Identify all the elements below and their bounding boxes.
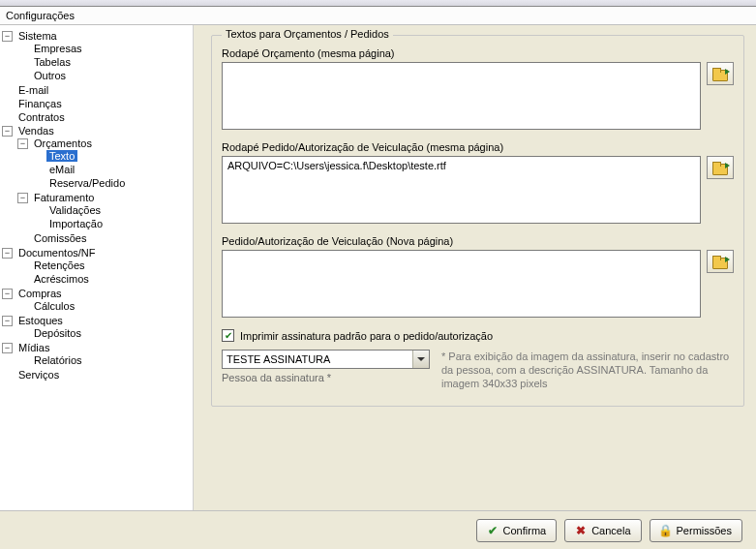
label-rodape-orcamento: Rodapé Orçamento (mesma página) bbox=[222, 47, 734, 59]
collapse-icon[interactable]: − bbox=[17, 138, 28, 149]
collapse-icon[interactable]: − bbox=[2, 289, 13, 299]
tree-node-relatorios[interactable]: Relatórios bbox=[17, 354, 191, 366]
tree-node-vendas-email[interactable]: eMail bbox=[33, 164, 191, 175]
groupbox-textos: Textos para Orçamentos / Pedidos Rodapé … bbox=[211, 35, 744, 407]
textarea-rodape-orcamento[interactable] bbox=[222, 62, 701, 130]
tree-node-validacoes[interactable]: Validações bbox=[33, 204, 191, 216]
collapse-icon[interactable]: − bbox=[2, 248, 13, 259]
textarea-pedido-nova[interactable] bbox=[222, 250, 701, 318]
tree-node-empresas[interactable]: Empresas bbox=[17, 43, 191, 54]
folder-open-icon bbox=[712, 162, 728, 174]
hint-text: * Para exibição da imagem da assinatura,… bbox=[441, 350, 732, 390]
collapse-icon[interactable]: − bbox=[2, 343, 13, 353]
tree-node-servicos[interactable]: Serviços bbox=[2, 369, 191, 381]
tree-node-estoques[interactable]: − Estoques bbox=[2, 315, 191, 326]
tree-node-orcamentos[interactable]: − Orçamentos bbox=[17, 137, 191, 149]
collapse-icon[interactable]: − bbox=[2, 316, 13, 326]
window-titlebar-strip bbox=[0, 0, 756, 7]
combo-sublabel: Pessoa da assinatura * bbox=[222, 372, 430, 383]
collapse-icon[interactable]: − bbox=[2, 126, 13, 137]
tree-node-sistema[interactable]: − Sistema bbox=[2, 30, 191, 42]
combo-pessoa-assinatura[interactable] bbox=[222, 350, 430, 369]
dropdown-arrow-icon[interactable] bbox=[412, 351, 429, 368]
sidebar-tree: − Sistema Empresas Tabelas Outros E-mail… bbox=[0, 25, 194, 525]
label-pedido-nova: Pedido/Autorização de Veiculação (Nova p… bbox=[222, 235, 734, 247]
checkbox-label: Imprimir assinatura padrão para o pedido… bbox=[240, 330, 493, 342]
collapse-icon[interactable]: − bbox=[17, 193, 28, 203]
check-icon: ✔ bbox=[487, 525, 499, 536]
folder-open-icon bbox=[712, 68, 728, 80]
collapse-icon[interactable]: − bbox=[2, 31, 13, 42]
tree-node-comissoes[interactable]: Comissões bbox=[17, 232, 191, 244]
tree-node-documentos-nf[interactable]: − Documentos/NF bbox=[2, 247, 191, 259]
tree-node-midias[interactable]: − Mídias bbox=[2, 342, 191, 353]
tree-node-retencoes[interactable]: Retenções bbox=[17, 259, 191, 271]
tree-node-contratos[interactable]: Contratos bbox=[2, 111, 191, 123]
tree-node-vendas[interactable]: − Vendas bbox=[2, 125, 191, 137]
tree-node-calculos[interactable]: Cálculos bbox=[17, 300, 191, 312]
tree-node-email[interactable]: E-mail bbox=[2, 84, 191, 96]
bottom-bar: ✔ Confirma ✖ Cancela 🔒 Permissões bbox=[0, 510, 756, 549]
tree-node-depositos[interactable]: Depósitos bbox=[17, 327, 191, 339]
button-label: Permissões bbox=[677, 525, 732, 536]
tree-node-outros[interactable]: Outros bbox=[17, 70, 191, 81]
groupbox-legend: Textos para Orçamentos / Pedidos bbox=[222, 28, 393, 40]
browse-button-rodape-orcamento[interactable] bbox=[707, 62, 734, 85]
button-label: Confirma bbox=[503, 525, 547, 536]
page-title: Configurações bbox=[6, 10, 75, 21]
folder-open-icon bbox=[712, 256, 728, 268]
browse-button-rodape-pedido[interactable] bbox=[707, 156, 734, 179]
cancela-button[interactable]: ✖ Cancela bbox=[564, 519, 641, 542]
tree-node-reserva-pedido[interactable]: Reserva/Pedido bbox=[33, 177, 191, 189]
tree-node-texto[interactable]: Texto bbox=[33, 150, 191, 162]
tree-node-tabelas[interactable]: Tabelas bbox=[17, 56, 191, 68]
label-rodape-pedido: Rodapé Pedido/Autorização de Veiculação … bbox=[222, 141, 734, 153]
tree-node-financas[interactable]: Finanças bbox=[2, 98, 191, 109]
checkbox-imprimir-assinatura[interactable]: ✔ bbox=[222, 329, 234, 342]
browse-button-pedido-nova[interactable] bbox=[707, 250, 734, 273]
tree-node-acrescimos[interactable]: Acréscimos bbox=[17, 273, 191, 285]
lock-icon: 🔒 bbox=[660, 525, 672, 536]
permissoes-button[interactable]: 🔒 Permissões bbox=[650, 519, 742, 542]
x-icon: ✖ bbox=[575, 525, 587, 536]
tree-label: Sistema bbox=[15, 30, 60, 42]
button-label: Cancela bbox=[591, 525, 630, 536]
confirma-button[interactable]: ✔ Confirma bbox=[476, 519, 558, 542]
textarea-rodape-pedido[interactable] bbox=[222, 156, 701, 224]
tree-node-compras[interactable]: − Compras bbox=[2, 288, 191, 299]
tree-node-faturamento[interactable]: − Faturamento bbox=[17, 192, 191, 203]
tree-node-importacao[interactable]: Importação bbox=[33, 218, 191, 229]
